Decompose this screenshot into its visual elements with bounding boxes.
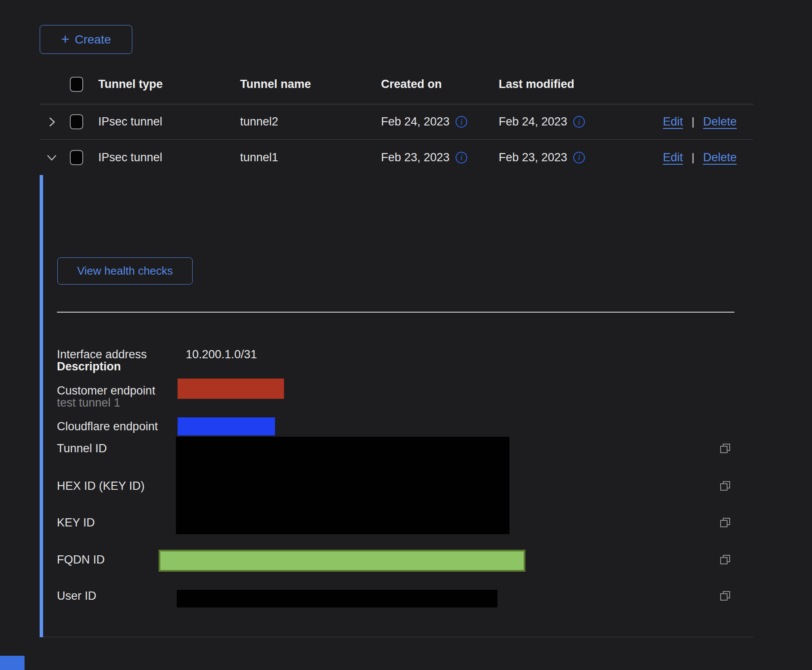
copy-key-id-button[interactable]	[719, 517, 731, 529]
row-checkbox[interactable]	[70, 114, 83, 129]
interface-address-label: Interface address	[57, 347, 147, 362]
cloudflare-endpoint-redaction	[178, 417, 275, 435]
chevron-right-icon	[46, 116, 57, 128]
column-header-last-modified: Last modified	[499, 78, 575, 91]
chevron-down-icon	[46, 152, 57, 163]
row-checkbox[interactable]	[70, 150, 83, 165]
edit-link[interactable]: Edit	[663, 151, 683, 164]
customer-endpoint-label: Customer endpoint	[57, 383, 155, 398]
edit-link[interactable]: Edit	[663, 115, 683, 128]
info-icon[interactable]: i	[456, 152, 467, 163]
copy-fqdn-id-button[interactable]	[719, 554, 731, 566]
tunnel-type-cell: IPsec tunnel	[98, 151, 162, 164]
action-separator: |	[692, 151, 695, 164]
customer-endpoint-redaction	[178, 379, 284, 399]
tunnels-page: + Create Tunnel type Tunnel name Created…	[0, 0, 812, 670]
column-header-tunnel-type: Tunnel type	[98, 78, 163, 91]
copy-icon	[719, 554, 731, 566]
select-all-checkbox[interactable]	[70, 77, 83, 92]
panel-divider	[57, 312, 734, 313]
tunnel-name-cell: tunnel2	[240, 115, 278, 128]
cloudflare-endpoint-label: Cloudflare endpoint	[57, 419, 158, 434]
copy-icon	[719, 517, 731, 529]
column-header-tunnel-name: Tunnel name	[240, 78, 311, 91]
copy-icon	[719, 442, 731, 454]
panel-accent-bar	[40, 175, 43, 637]
bottom-left-accent-bar	[0, 656, 25, 670]
user-id-redaction	[177, 590, 497, 607]
created-on-cell: Feb 24, 2023	[381, 115, 450, 128]
collapse-row-button[interactable]	[46, 152, 57, 163]
view-health-checks-button[interactable]: View health checks	[57, 257, 193, 285]
table-header-row: Tunnel type Tunnel name Created on Last …	[40, 65, 753, 104]
delete-link[interactable]: Delete	[703, 151, 737, 164]
interface-address-value: 10.200.1.0/31	[186, 347, 257, 362]
copy-tunnel-id-button[interactable]	[719, 442, 731, 454]
hex-id-label: HEX ID (KEY ID)	[57, 478, 145, 494]
copy-user-id-button[interactable]	[719, 590, 731, 602]
fqdn-id-redaction	[159, 550, 525, 572]
tunnel-id-redaction	[176, 437, 509, 534]
tunnel-id-label: Tunnel ID	[57, 441, 107, 456]
create-button-label: Create	[75, 33, 111, 47]
last-modified-cell: Feb 24, 2023	[499, 115, 567, 128]
column-header-created-on: Created on	[381, 78, 442, 91]
key-id-label: KEY ID	[57, 515, 95, 530]
tunnel-details-panel: Description test tunnel 1 View health ch…	[40, 175, 753, 637]
table-row: IPsec tunnel tunnel2 Feb 24, 2023 i Feb …	[40, 104, 753, 140]
delete-link[interactable]: Delete	[703, 115, 737, 128]
copy-icon	[719, 590, 731, 602]
created-on-cell: Feb 23, 2023	[381, 151, 450, 164]
expand-row-button[interactable]	[46, 116, 57, 128]
info-icon[interactable]: i	[573, 116, 585, 128]
last-modified-cell: Feb 23, 2023	[499, 151, 567, 164]
copy-hex-id-button[interactable]	[719, 480, 731, 492]
fqdn-id-label: FQDN ID	[57, 552, 105, 567]
plus-icon: +	[61, 31, 70, 46]
create-button[interactable]: + Create	[40, 25, 132, 54]
copy-icon	[719, 480, 731, 492]
action-separator: |	[692, 115, 695, 128]
info-icon[interactable]: i	[456, 116, 467, 128]
table-row: IPsec tunnel tunnel1 Feb 23, 2023 i Feb …	[40, 140, 753, 175]
user-id-label: User ID	[57, 588, 97, 604]
tunnel-type-cell: IPsec tunnel	[98, 115, 162, 128]
info-icon[interactable]: i	[573, 152, 585, 163]
tunnel-name-cell: tunnel1	[240, 151, 278, 164]
